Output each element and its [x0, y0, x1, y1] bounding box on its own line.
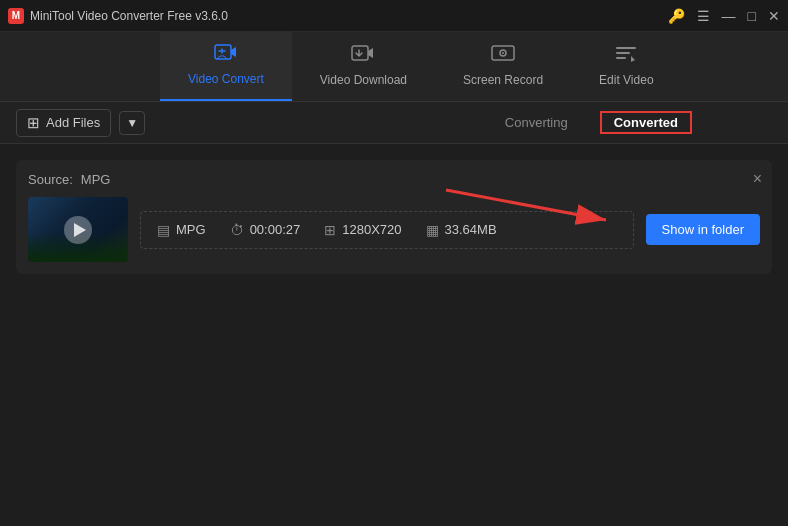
tab-screen-record-label: Screen Record: [463, 73, 543, 87]
add-files-button[interactable]: ⊞ Add Files: [16, 109, 111, 137]
tab-video-convert-label: Video Convert: [188, 72, 264, 86]
resolution-detail: ⊞ 1280X720: [324, 222, 401, 238]
video-convert-icon: [214, 43, 238, 68]
main-content: Source: MPG × ▤ MPG ⏱ 00:00:27 ⊞: [0, 144, 788, 526]
tab-edit-video-label: Edit Video: [599, 73, 654, 87]
play-button[interactable]: [64, 216, 92, 244]
maximize-button[interactable]: □: [748, 8, 756, 24]
title-bar: M MiniTool Video Converter Free v3.6.0 🔑…: [0, 0, 788, 32]
add-files-icon: ⊞: [27, 114, 40, 132]
minimize-button[interactable]: —: [722, 8, 736, 24]
converted-tab[interactable]: Converted: [600, 111, 692, 134]
show-in-folder-button[interactable]: Show in folder: [646, 214, 760, 245]
file-item-header: Source: MPG: [28, 172, 760, 187]
file-item: Source: MPG × ▤ MPG ⏱ 00:00:27 ⊞: [16, 160, 772, 274]
format-icon: ▤: [157, 222, 170, 238]
file-item-close-button[interactable]: ×: [753, 170, 762, 188]
resolution-icon: ⊞: [324, 222, 336, 238]
file-details: ▤ MPG ⏱ 00:00:27 ⊞ 1280X720 ▦ 33.64MB: [140, 211, 634, 249]
tab-video-download-label: Video Download: [320, 73, 407, 87]
video-download-icon: [351, 44, 375, 69]
close-button[interactable]: ✕: [768, 8, 780, 24]
menu-icon[interactable]: ☰: [697, 8, 710, 24]
filesize-value: 33.64MB: [445, 222, 497, 237]
app-icon: M: [8, 8, 24, 24]
video-thumbnail[interactable]: [28, 197, 128, 262]
tab-screen-record[interactable]: Screen Record: [435, 31, 571, 101]
duration-detail: ⏱ 00:00:27: [230, 222, 301, 238]
svg-rect-1: [352, 46, 368, 60]
screen-record-icon: [491, 44, 515, 69]
format-detail: ▤ MPG: [157, 222, 206, 238]
converting-tab[interactable]: Converting: [505, 111, 568, 134]
toolbar: ⊞ Add Files ▼ Converting Converted: [0, 102, 788, 144]
title-bar-controls: 🔑 ☰ — □ ✕: [668, 8, 780, 24]
tab-video-download[interactable]: Video Download: [292, 31, 435, 101]
svg-point-4: [502, 52, 504, 54]
file-item-body: ▤ MPG ⏱ 00:00:27 ⊞ 1280X720 ▦ 33.64MB Sh…: [28, 197, 760, 262]
source-label: Source:: [28, 172, 73, 187]
format-value: MPG: [176, 222, 206, 237]
add-files-dropdown[interactable]: ▼: [119, 111, 145, 135]
toolbar-tabs: Converting Converted: [505, 111, 692, 134]
resolution-value: 1280X720: [342, 222, 401, 237]
add-files-label: Add Files: [46, 115, 100, 130]
duration-value: 00:00:27: [250, 222, 301, 237]
filesize-icon: ▦: [426, 222, 439, 238]
key-icon[interactable]: 🔑: [668, 8, 685, 24]
app-title: MiniTool Video Converter Free v3.6.0: [30, 9, 228, 23]
title-bar-left: M MiniTool Video Converter Free v3.6.0: [8, 8, 228, 24]
duration-icon: ⏱: [230, 222, 244, 238]
edit-video-icon: [614, 44, 638, 69]
tab-video-convert[interactable]: Video Convert: [160, 31, 292, 101]
nav-tabs: Video Convert Video Download Screen Reco…: [0, 32, 788, 102]
svg-rect-0: [215, 45, 231, 59]
tab-edit-video[interactable]: Edit Video: [571, 31, 682, 101]
source-format: MPG: [81, 172, 111, 187]
filesize-detail: ▦ 33.64MB: [426, 222, 497, 238]
play-icon: [74, 223, 86, 237]
